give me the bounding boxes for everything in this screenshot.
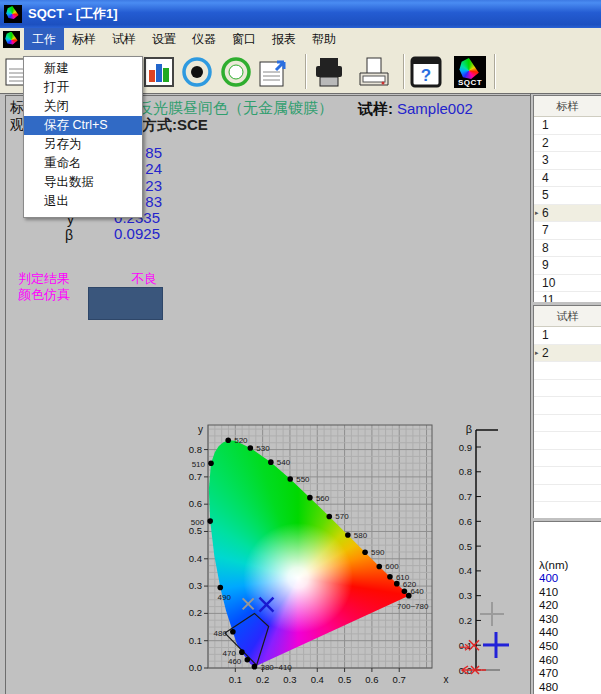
svg-text:0.0: 0.0 xyxy=(189,662,202,673)
standard-row[interactable]: 3 xyxy=(534,152,601,170)
svg-text:0.9: 0.9 xyxy=(459,442,472,453)
standard-row[interactable]: 2 xyxy=(534,135,601,153)
menu-仪器[interactable]: 仪器 xyxy=(184,28,224,51)
test-row-empty xyxy=(534,485,601,503)
svg-text:0.7: 0.7 xyxy=(393,674,406,685)
wavelength-row[interactable]: 400 xyxy=(534,572,601,586)
menu-帮助[interactable]: 帮助 xyxy=(304,28,344,51)
svg-text:0.4: 0.4 xyxy=(459,565,472,576)
selected-row-marker: ▸ xyxy=(535,205,539,222)
standard-row[interactable]: ▸6 xyxy=(534,205,601,223)
svg-text:x: x xyxy=(444,674,449,685)
menu-item-另存为[interactable]: 另存为 xyxy=(24,135,142,154)
menu-item-关闭[interactable]: 关闭 xyxy=(24,97,142,116)
test-row[interactable]: 1 xyxy=(534,327,601,345)
wavelength-header: λ(nm) xyxy=(534,558,601,572)
beta-label: β xyxy=(65,227,73,243)
standard-list-header: 标样 xyxy=(534,96,601,117)
svg-text:β: β xyxy=(466,423,472,435)
export-icon[interactable] xyxy=(256,54,292,90)
menu-标样[interactable]: 标样 xyxy=(64,28,104,51)
svg-text:0.3: 0.3 xyxy=(189,580,202,591)
menu-item-导出数据[interactable]: 导出数据 xyxy=(24,173,142,192)
menu-item-打开[interactable]: 打开 xyxy=(24,78,142,97)
test-row-empty xyxy=(534,450,601,468)
svg-text:640: 640 xyxy=(410,587,424,596)
menu-bar: 工作标样试样设置仪器窗口报表帮助 xyxy=(0,28,601,50)
wavelength-row[interactable]: 470 xyxy=(534,667,601,681)
svg-text:470: 470 xyxy=(223,649,237,658)
menu-窗口[interactable]: 窗口 xyxy=(224,28,264,51)
row-label-observer: 观 xyxy=(10,116,24,134)
help-icon[interactable]: ? xyxy=(408,54,444,90)
chromaticity-chart: 0.10.20.30.40.50.60.70.00.10.20.30.40.50… xyxy=(178,416,518,694)
beta-value: 0.0925 xyxy=(100,225,160,242)
svg-text:0.3: 0.3 xyxy=(459,590,472,601)
svg-text:540: 540 xyxy=(277,458,291,467)
svg-text:0.8: 0.8 xyxy=(459,466,472,477)
sample-value: Sample002 xyxy=(397,100,473,117)
print-icon[interactable] xyxy=(311,54,347,90)
svg-text:0.8: 0.8 xyxy=(189,444,202,455)
svg-text:490: 490 xyxy=(218,593,232,602)
app-window: SQCT - [工作1] 工作标样试样设置仪器窗口报表帮助 xyxy=(0,0,601,694)
menu-设置[interactable]: 设置 xyxy=(144,28,184,51)
svg-text:0.5: 0.5 xyxy=(459,541,472,552)
chart-overlay: 0.10.20.30.40.50.60.70.00.10.20.30.40.50… xyxy=(178,416,518,694)
svg-text:700~780: 700~780 xyxy=(397,602,429,611)
standard-row[interactable]: 1 xyxy=(534,117,601,135)
svg-text:550: 550 xyxy=(296,475,310,484)
standard-list-panel: 标样 12345▸67891011 xyxy=(533,95,601,302)
svg-text:590: 590 xyxy=(371,548,385,557)
wavelength-row[interactable]: 450 xyxy=(534,640,601,654)
svg-text:530: 530 xyxy=(256,444,270,453)
standard-row[interactable]: 5 xyxy=(534,187,601,205)
svg-text:0.1: 0.1 xyxy=(189,635,202,646)
wavelength-row[interactable]: 460 xyxy=(534,654,601,668)
standard-row[interactable]: 7 xyxy=(534,222,601,240)
svg-text:520: 520 xyxy=(234,436,248,445)
wavelength-row[interactable]: 440 xyxy=(534,626,601,640)
svg-text:500: 500 xyxy=(191,518,205,527)
standard-row[interactable]: 4 xyxy=(534,170,601,188)
wavelength-row[interactable]: 420 xyxy=(534,599,601,613)
svg-text:580: 580 xyxy=(354,531,368,540)
menu-item-保存 Ctrl+S[interactable]: 保存 Ctrl+S xyxy=(24,116,142,135)
app-logo-icon xyxy=(4,5,22,23)
wavelength-panel: λ(nm) 400410420430440450460470480490 xyxy=(533,521,601,694)
svg-text:560: 560 xyxy=(316,494,330,503)
standard-row[interactable]: 9 xyxy=(534,257,601,275)
test-row[interactable]: ▸2 xyxy=(534,345,601,363)
judge-result-value: 不良 xyxy=(131,270,157,288)
menu-item-重命名[interactable]: 重命名 xyxy=(24,154,142,173)
print-preview-icon[interactable] xyxy=(356,54,392,90)
svg-text:0.7: 0.7 xyxy=(189,471,202,482)
standard-row[interactable]: 8 xyxy=(534,240,601,258)
wavelength-row[interactable]: 410 xyxy=(534,586,601,600)
menu-item-退出[interactable]: 退出 xyxy=(24,192,142,211)
wavelength-row[interactable]: 430 xyxy=(534,613,601,627)
test-list-header: 试样 xyxy=(534,306,601,327)
standard-row[interactable]: 11 xyxy=(534,292,601,302)
window-title: SQCT - [工作1] xyxy=(28,5,118,23)
svg-text:0.4: 0.4 xyxy=(311,674,324,685)
row-label-standard: 标 xyxy=(10,99,24,117)
standard-target-icon[interactable] xyxy=(179,54,215,90)
menu-试样[interactable]: 试样 xyxy=(104,28,144,51)
svg-text:0.3: 0.3 xyxy=(283,674,296,685)
standard-row[interactable]: 10 xyxy=(534,275,601,293)
mdi-child-icon[interactable] xyxy=(3,31,20,48)
menu-item-新建[interactable]: 新建 xyxy=(24,59,142,78)
chart-icon[interactable] xyxy=(141,54,177,90)
sample-target-icon[interactable] xyxy=(218,54,254,90)
wavelength-row[interactable]: 480 xyxy=(534,681,601,694)
title-bar: SQCT - [工作1] xyxy=(0,0,601,28)
menu-报表[interactable]: 报表 xyxy=(264,28,304,51)
test-row-empty xyxy=(534,502,601,518)
test-row-empty xyxy=(534,467,601,485)
menu-工作[interactable]: 工作 xyxy=(24,28,64,51)
sqct-logo-icon[interactable]: SQCT xyxy=(452,54,488,90)
svg-text:380~410: 380~410 xyxy=(260,663,292,672)
svg-text:0.5: 0.5 xyxy=(189,525,202,536)
svg-text:?: ? xyxy=(421,66,431,85)
